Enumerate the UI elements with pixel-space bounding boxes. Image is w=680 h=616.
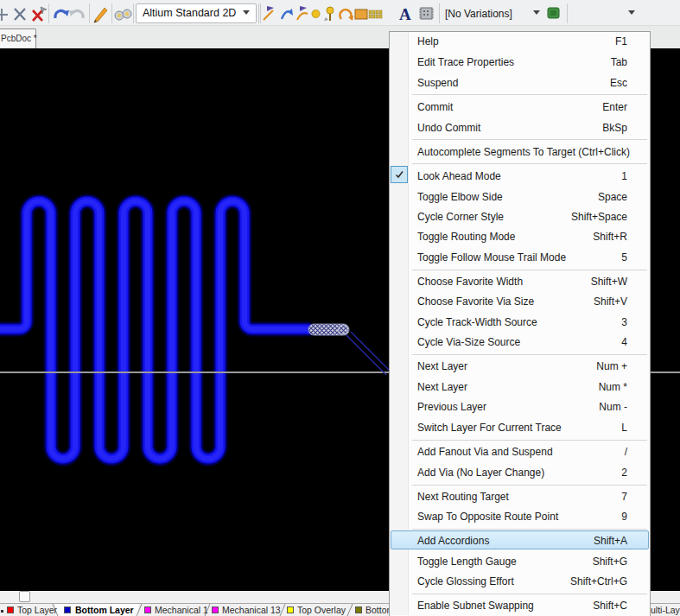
svg-text:A: A	[399, 5, 411, 23]
